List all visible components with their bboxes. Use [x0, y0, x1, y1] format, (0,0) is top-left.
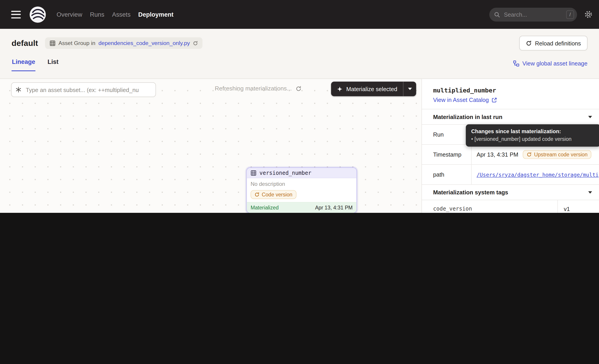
- asset-subset-input[interactable]: [25, 86, 152, 93]
- tooltip-item: [versioned_number] updated code version: [471, 135, 595, 143]
- asset-node-name: versioned_number: [259, 170, 311, 176]
- nav-overview[interactable]: Overview: [56, 11, 82, 18]
- tag-key: code_version: [422, 200, 557, 213]
- main-nav: Overview Runs Assets Deployment: [56, 11, 173, 18]
- materialize-split-button: Materialize selected: [331, 82, 416, 96]
- sparkle-icon: [337, 86, 343, 92]
- page-title: default: [11, 38, 38, 48]
- code-version-icon: [527, 152, 532, 157]
- group-file-link[interactable]: dependencies_code_version_only.py: [98, 40, 190, 46]
- run-label: Run: [422, 125, 472, 144]
- tab-lineage[interactable]: Lineage: [11, 55, 35, 71]
- asset-node-versioned-number[interactable]: versioned_number No description Code ver…: [247, 167, 357, 213]
- system-tags-table: code_version v1 data_version f6ccba17763…: [422, 200, 599, 213]
- view-global-lineage-link[interactable]: View global asset lineage: [513, 60, 587, 71]
- timestamp-row: Timestamp Apr 13, 4:31 PM Upstream code …: [422, 144, 599, 165]
- asset-node-description: No description: [247, 178, 357, 189]
- reload-icon: [526, 40, 532, 46]
- reload-definitions-button[interactable]: Reload definitions: [519, 36, 587, 50]
- group-badge-prefix: Asset Group in: [59, 40, 95, 46]
- path-link[interactable]: /Users/sryza/dagster_home/storage/multip: [476, 171, 599, 177]
- timestamp-value: Apr 13, 4:31 PM: [476, 151, 518, 158]
- asset-group-badge: Asset Group in dependencies_code_version…: [45, 37, 203, 49]
- section-system-tags[interactable]: Materialization system tags: [422, 184, 599, 199]
- refresh-icon[interactable]: [296, 86, 301, 92]
- lineage-canvas[interactable]: Refreshing materializations... Materiali…: [0, 79, 422, 213]
- upstream-code-version-badge: Upstream code version: [523, 150, 591, 159]
- section-materialization-in-last-run[interactable]: Materialization in last run: [422, 109, 599, 124]
- table-row: code_version v1: [422, 200, 599, 213]
- dagster-logo-icon[interactable]: [29, 6, 46, 23]
- view-in-catalog-link[interactable]: View in Asset Catalog: [433, 96, 497, 103]
- nav-assets[interactable]: Assets: [112, 11, 131, 18]
- tag-value: v1: [557, 200, 599, 213]
- chevron-down-icon: [588, 116, 592, 118]
- chevron-down-icon: [588, 191, 592, 193]
- search-icon: [494, 11, 500, 17]
- lineage-graph-icon: [513, 60, 519, 66]
- tooltip-title: Changes since last materialization:: [471, 128, 595, 135]
- menu-icon[interactable]: [10, 9, 22, 20]
- external-link-icon: [492, 97, 497, 103]
- materialize-dropdown-button[interactable]: [403, 82, 416, 96]
- path-label: path: [422, 165, 472, 184]
- path-row: path /Users/sryza/dagster_home/storage/m…: [422, 165, 599, 184]
- changes-tooltip: Changes since last materialization: [ver…: [466, 124, 599, 147]
- code-version-icon: [255, 192, 259, 197]
- search-input[interactable]: [503, 11, 563, 18]
- settings-gear-icon[interactable]: [584, 10, 593, 19]
- materialize-selected-button[interactable]: Materialize selected: [331, 82, 403, 96]
- asset-subset-filter[interactable]: [11, 82, 156, 97]
- group-reload-icon[interactable]: [193, 41, 198, 45]
- asset-group-grid-icon: [50, 40, 55, 46]
- op-selector-icon: [15, 87, 21, 93]
- nav-runs[interactable]: Runs: [90, 11, 104, 18]
- nav-deployment[interactable]: Deployment: [138, 11, 174, 18]
- dagster-app: Overview Runs Assets Deployment / defaul…: [0, 0, 599, 213]
- materialized-timestamp: Apr 13, 4:31 PM: [315, 205, 352, 211]
- top-nav: Overview Runs Assets Deployment /: [0, 0, 599, 29]
- code-version-badge: Code version: [251, 190, 296, 199]
- table-asset-icon: [251, 170, 256, 176]
- refreshing-status: Refreshing materializations...: [215, 85, 301, 92]
- search-shortcut-badge: /: [566, 10, 574, 19]
- timestamp-label: Timestamp: [422, 145, 472, 164]
- asset-details-sidebar: multiplied_number View in Asset Catalog …: [422, 79, 599, 213]
- tab-list[interactable]: List: [47, 55, 59, 71]
- asset-title: multiplied_number: [433, 87, 588, 94]
- tabs-row: Lineage List View global asset lineage: [11, 53, 587, 71]
- chevron-down-icon: [408, 88, 412, 90]
- search-box[interactable]: /: [489, 8, 577, 21]
- materialized-status: Materialized: [251, 205, 279, 211]
- page-header: default Asset Group in dependencies_code…: [0, 29, 599, 79]
